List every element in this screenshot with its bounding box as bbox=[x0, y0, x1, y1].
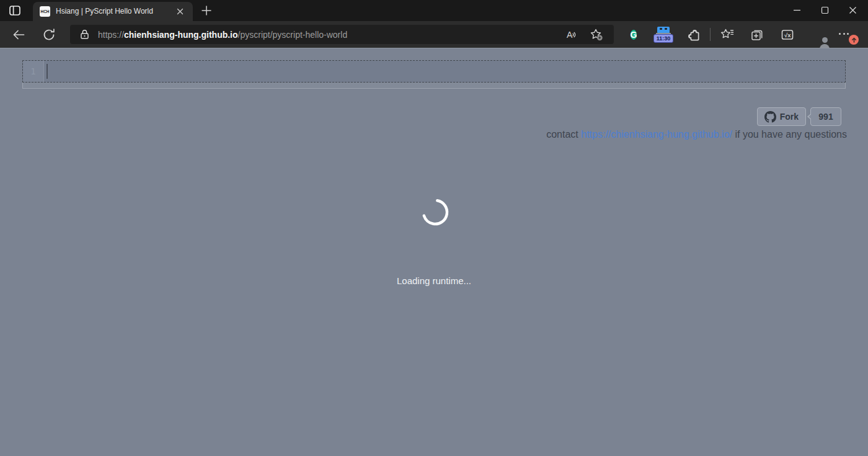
vertical-tabs-icon bbox=[8, 4, 22, 17]
toolbar-divider bbox=[710, 28, 711, 41]
refresh-button[interactable] bbox=[42, 27, 56, 42]
read-aloud-icon: A bbox=[564, 27, 579, 42]
extension-grammarly-button[interactable]: G bbox=[626, 27, 642, 43]
refresh-icon bbox=[42, 27, 56, 42]
clock-slot-icon bbox=[665, 28, 667, 30]
browser-window: HCH Hsiang | PyScript Hello World bbox=[0, 0, 868, 456]
new-tab-button[interactable] bbox=[200, 4, 213, 17]
math-label: √x bbox=[784, 32, 791, 38]
collections-button[interactable] bbox=[749, 27, 765, 43]
tab-close-button[interactable] bbox=[175, 6, 185, 17]
maximize-icon bbox=[811, 0, 839, 20]
title-bar: HCH Hsiang | PyScript Hello World bbox=[0, 0, 868, 21]
text-cursor bbox=[46, 64, 48, 79]
profile-button[interactable] bbox=[809, 27, 825, 43]
ellipsis-icon bbox=[839, 33, 849, 35]
math-solver-icon: √x bbox=[779, 27, 795, 43]
browser-tab[interactable]: HCH Hsiang | PyScript Hello World bbox=[33, 2, 193, 21]
line-number: 1 bbox=[23, 61, 43, 82]
site-favicon: HCH bbox=[40, 6, 50, 17]
contact-link[interactable]: https://chienhsiang-hung.github.io/ bbox=[581, 129, 732, 140]
clock-time-badge: 11:30 bbox=[653, 34, 673, 43]
grammarly-icon: G bbox=[631, 30, 637, 40]
back-arrow-icon bbox=[11, 27, 26, 42]
github-octocat-icon bbox=[764, 111, 776, 123]
extension-math-solver-button[interactable]: √x bbox=[779, 27, 795, 43]
window-minimize-button[interactable] bbox=[783, 0, 811, 20]
minimize-icon bbox=[783, 0, 811, 20]
extensions-menu-button[interactable] bbox=[686, 27, 702, 43]
close-icon bbox=[839, 0, 867, 20]
read-aloud-button[interactable]: A bbox=[564, 27, 579, 42]
address-bar[interactable]: https://chienhsiang-hung.github.io/pyscr… bbox=[70, 25, 614, 44]
github-fork-button[interactable]: Fork bbox=[757, 107, 806, 126]
window-close-button[interactable] bbox=[839, 0, 867, 20]
puzzle-icon bbox=[686, 27, 702, 43]
contact-suffix: if you have any questions bbox=[732, 129, 847, 140]
svg-text:A: A bbox=[567, 30, 573, 40]
url-text: https://chienhsiang-hung.github.io/pyscr… bbox=[98, 30, 347, 40]
fork-count-badge[interactable]: 991 bbox=[810, 107, 841, 126]
extension-clock-button[interactable]: 11:30 bbox=[653, 25, 674, 44]
window-maximize-button[interactable] bbox=[811, 0, 839, 20]
tab-actions-menu-button[interactable] bbox=[8, 4, 22, 17]
loading-status-text: Loading runtime... bbox=[0, 275, 868, 286]
browser-toolbar: https://chienhsiang-hung.github.io/pyscr… bbox=[0, 21, 868, 48]
url-domain: chienhsiang-hung.github.io bbox=[124, 30, 238, 40]
add-favorite-button[interactable] bbox=[589, 27, 604, 42]
fork-button-label: Fork bbox=[780, 112, 799, 122]
repl-output-area bbox=[22, 83, 846, 89]
url-scheme: https:// bbox=[98, 30, 124, 40]
page-content: 1 Fork 991 contact https://chienhsiang-h… bbox=[0, 48, 868, 456]
back-button[interactable] bbox=[11, 27, 26, 42]
contact-text: contact https://chienhsiang-hung.github.… bbox=[546, 129, 847, 140]
ssl-lock-icon[interactable] bbox=[80, 29, 89, 40]
python-repl-editor[interactable]: 1 bbox=[22, 60, 846, 83]
url-path: /pyscript/pyscript-hello-world bbox=[238, 30, 348, 40]
contact-prefix: contact bbox=[546, 129, 581, 140]
editor-gutter: 1 bbox=[23, 61, 44, 82]
tab-title: Hsiang | PyScript Hello World bbox=[56, 2, 153, 21]
loading-spinner bbox=[420, 197, 450, 227]
collections-icon bbox=[749, 27, 765, 43]
arrow-up-icon bbox=[851, 37, 857, 43]
github-fork-widget: Fork 991 bbox=[757, 107, 841, 126]
favorites-button[interactable] bbox=[719, 27, 735, 43]
star-plus-icon bbox=[589, 27, 604, 42]
close-icon bbox=[175, 6, 185, 17]
plus-icon bbox=[200, 4, 213, 17]
favorites-star-icon bbox=[719, 27, 735, 43]
browser-update-badge bbox=[849, 35, 859, 45]
clock-slot-icon bbox=[660, 28, 662, 30]
